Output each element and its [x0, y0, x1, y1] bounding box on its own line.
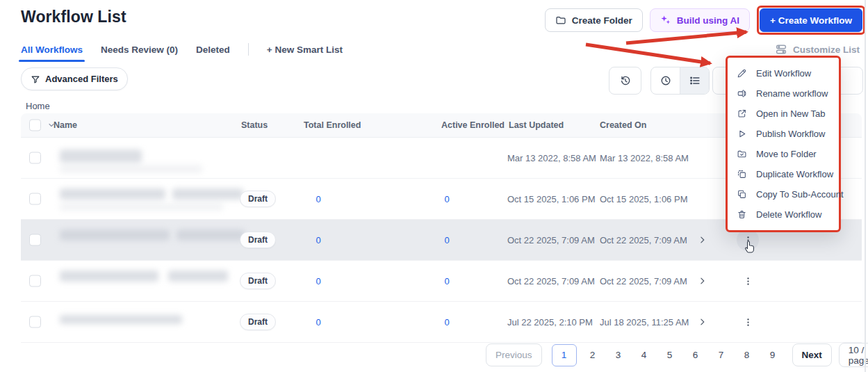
funnel-icon [31, 74, 40, 84]
move-to-folder-icon [737, 149, 747, 159]
menu-item-copy-to-sub-account[interactable]: Copy To Sub-Account [728, 184, 839, 204]
menu-item-duplicate-workflow[interactable]: Duplicate Workflow [728, 164, 839, 184]
menu-item-edit-workflow[interactable]: Edit Workflow [728, 63, 839, 83]
page-number-1[interactable]: 1 [552, 344, 577, 366]
row-actions-button[interactable] [737, 270, 759, 292]
tab-all-workflows[interactable]: All Workflows [21, 45, 83, 55]
build-using-ai-button[interactable]: Build using AI [650, 8, 750, 32]
play-icon [737, 129, 747, 139]
annotation-box-create-workflow: + Create Workflow [757, 6, 865, 35]
expand-chevron-button[interactable] [698, 317, 707, 327]
menu-item-move-to-folder[interactable]: Move to Folder [728, 144, 839, 164]
page-number-8[interactable]: 8 [737, 345, 757, 366]
page-number-3[interactable]: 3 [609, 345, 628, 366]
page-number-9[interactable]: 9 [763, 345, 783, 366]
row-actions-button[interactable] [737, 311, 759, 333]
page-number-2[interactable]: 2 [583, 345, 603, 366]
breadcrumb-home[interactable]: Home [26, 101, 50, 111]
last-updated-value: Jul 22 2025, 2:10 PM [507, 317, 593, 327]
rename-icon [737, 88, 747, 99]
create-folder-label: Create Folder [572, 15, 632, 26]
name-blur-blob [60, 315, 182, 324]
tab-bar: All Workflows Needs Review (0) Deleted +… [21, 43, 343, 56]
table-row[interactable]: Draft 0 0 Jul 22 2025, 2:10 PM Jul 18 20… [21, 302, 862, 343]
menu-item-rename-workflow[interactable]: Rename workflow [728, 83, 839, 104]
workflow-name-blurred [21, 261, 257, 301]
row-context-menu: Edit Workflow Rename workflow Open in Ne… [726, 56, 841, 232]
page-number-6[interactable]: 6 [686, 345, 705, 366]
active-enrolled-link[interactable]: 0 [427, 194, 466, 204]
page-number-4[interactable]: 4 [634, 345, 654, 366]
history-button[interactable] [609, 67, 641, 95]
view-controls [609, 67, 710, 95]
total-enrolled-link[interactable]: 0 [299, 317, 338, 327]
created-on-value: Oct 22 2025, 7:09 AM [600, 276, 687, 286]
header-active-enrolled: Active Enrolled [441, 120, 505, 130]
copy-icon [737, 189, 747, 200]
page-number-7[interactable]: 7 [712, 345, 731, 366]
total-enrolled-link[interactable]: 0 [299, 276, 338, 286]
page-edge-border [865, 0, 866, 372]
customize-list-button[interactable]: Customize List [775, 43, 860, 56]
tab-needs-review[interactable]: Needs Review (0) [101, 45, 178, 55]
advanced-filters-button[interactable]: Advanced Filters [21, 67, 128, 90]
menu-item-delete-workflow[interactable]: Delete Workflow [728, 204, 839, 225]
menu-item-open-in-new-tab[interactable]: Open in New Tab [728, 104, 839, 124]
select-all-checkbox[interactable] [29, 120, 41, 131]
create-workflow-button[interactable]: + Create Workflow [760, 8, 862, 32]
name-blur-blob [60, 203, 223, 211]
page-numbers: 123456789 [552, 344, 783, 366]
list-view-toggle[interactable] [680, 67, 709, 94]
divider [248, 43, 249, 56]
new-smart-list-button[interactable]: + New Smart List [267, 45, 343, 55]
previous-page-button[interactable]: Previous [486, 343, 542, 366]
name-blur-blob [177, 229, 245, 241]
duplicate-icon [737, 169, 747, 179]
trash-icon [737, 209, 747, 220]
status-badge: Draft [240, 191, 276, 207]
total-enrolled-link[interactable]: 0 [299, 235, 338, 245]
active-enrolled-link[interactable]: 0 [427, 276, 466, 286]
name-blur-blob [60, 165, 202, 173]
build-using-ai-label: Build using AI [677, 15, 739, 26]
last-updated-value: Oct 15 2025, 1:06 PM [507, 194, 595, 204]
customize-list-icon [775, 43, 787, 56]
page-size-select[interactable]: 10 / page [839, 343, 868, 367]
clock-icon [660, 74, 672, 87]
page-title: Workflow List [21, 8, 126, 26]
view-toggle [650, 67, 710, 95]
create-workflow-label: + Create Workflow [770, 15, 852, 26]
folder-icon [555, 15, 566, 26]
header-actions: Create Folder Build using AI + Create Wo… [545, 6, 865, 35]
status-badge: Draft [240, 232, 276, 248]
sparkles-icon [660, 15, 671, 26]
last-updated-value: Oct 22 2025, 7:09 AM [507, 235, 595, 245]
external-link-icon [737, 108, 747, 119]
header-last-updated: Last Updated [509, 120, 564, 130]
header-total-enrolled: Total Enrolled [304, 120, 361, 130]
active-enrolled-link[interactable]: 0 [427, 317, 466, 327]
expand-chevron-button[interactable] [698, 276, 707, 286]
status-badge: Draft [240, 314, 276, 330]
recent-view-toggle[interactable] [651, 67, 680, 94]
tab-deleted[interactable]: Deleted [196, 45, 230, 55]
next-page-button[interactable]: Next [792, 343, 832, 366]
workflow-name-blurred [21, 302, 257, 342]
pencil-icon [737, 68, 747, 79]
page-number-5[interactable]: 5 [660, 345, 680, 366]
name-blur-blob [168, 270, 228, 282]
table-row[interactable]: Draft 0 0 Oct 22 2025, 7:09 AM Oct 22 20… [21, 261, 862, 302]
create-folder-button[interactable]: Create Folder [545, 8, 643, 32]
menu-item-publish-workflow[interactable]: Publish Workflow [728, 124, 839, 144]
created-on-value: Mar 13 2022, 8:58 AM [600, 153, 689, 163]
total-enrolled-link[interactable]: 0 [299, 194, 338, 204]
expand-chevron-button[interactable] [698, 235, 707, 245]
name-blur-blob [60, 149, 142, 163]
workflow-name-blurred [21, 179, 257, 219]
active-enrolled-link[interactable]: 0 [427, 235, 466, 245]
kebab-menu-icon [743, 276, 753, 286]
last-updated-value: Oct 22 2025, 7:09 AM [507, 276, 595, 286]
created-on-value: Oct 22 2025, 7:09 AM [600, 235, 687, 245]
name-blur-blob [172, 188, 243, 200]
created-on-value: Jul 18 2025, 11:25 AM [600, 317, 689, 327]
